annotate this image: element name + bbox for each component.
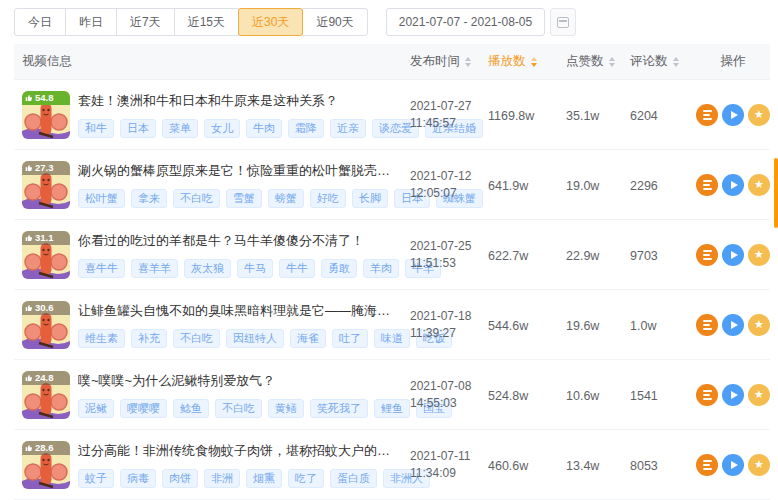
tag-pill: 黄鳝 <box>268 399 304 418</box>
scrollbar-thumb[interactable] <box>774 158 778 228</box>
tag-pill: 不白吃 <box>173 329 220 348</box>
favorite-button[interactable]: ★ <box>748 244 770 266</box>
favorite-button[interactable]: ★ <box>748 384 770 406</box>
data-button[interactable] <box>696 454 718 476</box>
filter-button-90days[interactable]: 近90天 <box>302 8 367 36</box>
video-title[interactable]: 你看过的吃过的羊都是牛？马牛羊傻傻分不清了！ <box>78 232 398 250</box>
sort-icon-comments[interactable] <box>673 57 679 67</box>
data-icon <box>703 320 712 330</box>
tag-pill: 螃蟹 <box>268 189 304 208</box>
tag-pill: 笑死我了 <box>310 399 368 418</box>
row-actions: ★ <box>696 104 770 126</box>
filter-bar: 今日 昨日 近7天 近15天 近30天 近90天 2021-07-07 - 20… <box>14 8 576 36</box>
play-icon <box>731 461 738 469</box>
filter-button-today[interactable]: 今日 <box>14 8 66 36</box>
filter-button-yesterday[interactable]: 昨日 <box>65 8 117 36</box>
video-thumbnail[interactable]: 27.3 <box>22 161 70 209</box>
play-button[interactable] <box>722 384 744 406</box>
tag-pill: 非洲 <box>204 469 240 488</box>
video-thumbnail[interactable]: 31.1 <box>22 231 70 279</box>
filter-button-30days[interactable]: 近30天 <box>238 8 303 36</box>
score-value: 28.6 <box>35 442 54 453</box>
tag-list: 喜牛牛喜羊羊灰太狼牛马牛牛勇敢羊肉牛羊 <box>78 259 410 278</box>
header-like-count[interactable]: 点赞数 <box>566 53 630 70</box>
tag-pill: 近亲 <box>330 119 366 138</box>
sort-icon-likes[interactable] <box>609 57 615 67</box>
data-button[interactable] <box>696 314 718 336</box>
publish-time: 12:05:07 <box>410 185 488 202</box>
video-title[interactable]: 噗~噗噗~为什么泥鳅特别爱放气？ <box>78 372 398 390</box>
tag-pill: 牛牛 <box>279 259 315 278</box>
tag-pill: 羊肉 <box>363 259 399 278</box>
video-thumbnail[interactable]: 24.8 <box>22 371 70 419</box>
star-icon: ★ <box>754 389 764 400</box>
row-actions: ★ <box>696 244 770 266</box>
calendar-button[interactable] <box>550 8 576 36</box>
publish-time: 11:51:53 <box>410 255 488 272</box>
header-comment-count[interactable]: 评论数 <box>630 53 696 70</box>
score-badge: 28.6 <box>22 441 70 455</box>
tag-pill: 泥鳅 <box>78 399 114 418</box>
play-count: 460.6w <box>488 459 528 473</box>
play-button[interactable] <box>722 244 744 266</box>
data-button[interactable] <box>696 174 718 196</box>
comment-count: 2296 <box>630 179 658 193</box>
date-range-input[interactable]: 2021-07-07 - 2021-08-05 <box>386 8 545 36</box>
video-thumbnail[interactable]: 30.6 <box>22 301 70 349</box>
data-button[interactable] <box>696 104 718 126</box>
tag-pill: 霜降 <box>288 119 324 138</box>
publish-time: 11:39:27 <box>410 325 488 342</box>
row-actions: ★ <box>696 314 770 336</box>
play-icon <box>731 111 738 119</box>
header-publish-time[interactable]: 发布时间 <box>410 53 488 70</box>
filter-button-7days[interactable]: 近7天 <box>116 8 175 36</box>
row-actions: ★ <box>696 454 770 476</box>
score-value: 31.1 <box>35 232 54 243</box>
data-button[interactable] <box>696 244 718 266</box>
video-title[interactable]: 让鲱鱼罐头自愧不如的臭味黑暗料理就是它——腌海雀！ <box>78 302 398 320</box>
tag-pill: 鲶鱼 <box>173 399 209 418</box>
favorite-button[interactable]: ★ <box>748 104 770 126</box>
thumbs-up-icon <box>25 94 33 102</box>
header-video-info: 视频信息 <box>14 53 410 70</box>
sort-icon-time[interactable] <box>465 57 471 67</box>
score-badge: 24.8 <box>22 371 70 385</box>
play-count: 641.9w <box>488 179 528 193</box>
play-count: 524.8w <box>488 389 528 403</box>
tag-pill: 嘤嘤嘤 <box>120 399 167 418</box>
tag-pill: 喜牛牛 <box>78 259 125 278</box>
header-play-count[interactable]: 播放数 <box>488 53 566 70</box>
favorite-button[interactable]: ★ <box>748 314 770 336</box>
header-publish-time-label: 发布时间 <box>410 53 460 70</box>
video-thumbnail[interactable]: 28.6 <box>22 441 70 489</box>
tag-pill: 长脚 <box>352 189 388 208</box>
data-button[interactable] <box>696 384 718 406</box>
favorite-button[interactable]: ★ <box>748 454 770 476</box>
sort-icon-plays[interactable] <box>531 57 537 67</box>
row-actions: ★ <box>696 174 770 196</box>
score-value: 27.3 <box>35 162 54 173</box>
comment-count: 6204 <box>630 109 658 123</box>
publish-date: 2021-07-18 <box>410 308 488 325</box>
publish-time: 14:55:03 <box>410 395 488 412</box>
video-title[interactable]: 套娃！澳洲和牛和日本和牛原来是这种关系？ <box>78 92 398 110</box>
table-row: 24.8 噗~噗噗~为什么泥鳅特别爱放气？ 泥鳅嘤嘤嘤鲶鱼不白吃黄鳝笑死我了鲤鱼… <box>14 360 770 430</box>
tag-pill: 烟熏 <box>246 469 282 488</box>
play-icon <box>731 391 738 399</box>
video-title[interactable]: 过分高能！非洲传统食物蚊子肉饼，堪称招蚊大户的翻身菜！ <box>78 442 398 460</box>
play-button[interactable] <box>722 174 744 196</box>
favorite-button[interactable]: ★ <box>748 174 770 196</box>
like-count: 35.1w <box>566 109 599 123</box>
header-comment-count-label: 评论数 <box>630 53 668 70</box>
tag-pill: 勇敢 <box>321 259 357 278</box>
play-button[interactable] <box>722 104 744 126</box>
video-title[interactable]: 涮火锅的蟹棒原型原来是它！惊险重重的松叶蟹脱壳之旅~ <box>78 162 398 180</box>
video-thumbnail[interactable]: 54.8 <box>22 91 70 139</box>
filter-button-15days[interactable]: 近15天 <box>174 8 239 36</box>
date-range-button-group: 今日 昨日 近7天 近15天 近30天 近90天 <box>14 8 368 36</box>
tag-pill: 吐了 <box>332 329 368 348</box>
play-icon <box>731 181 738 189</box>
tag-pill: 和牛 <box>78 119 114 138</box>
play-button[interactable] <box>722 314 744 336</box>
play-button[interactable] <box>722 454 744 476</box>
